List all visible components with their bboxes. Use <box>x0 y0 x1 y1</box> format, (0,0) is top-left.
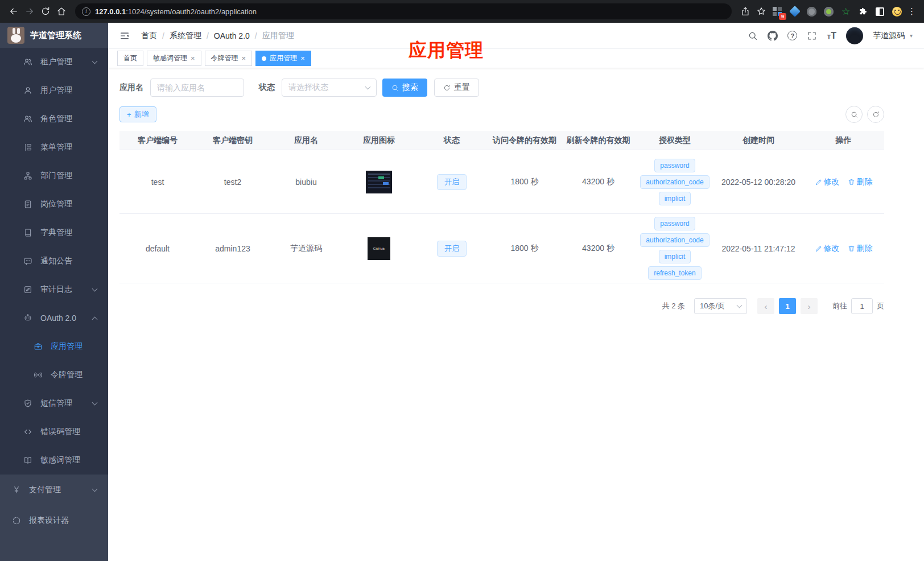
edit-link[interactable]: 修改 <box>815 244 840 254</box>
close-icon[interactable]: × <box>191 55 195 62</box>
tab-label: 首页 <box>123 53 137 63</box>
delete-link[interactable]: 删除 <box>848 244 873 254</box>
column-header: 客户端密钥 <box>196 135 270 146</box>
browser-home-button[interactable] <box>53 3 69 19</box>
sidebar-item-label: 支付管理 <box>29 485 61 495</box>
extension-green-star-icon[interactable]: ☆ <box>841 7 851 16</box>
search-form: 应用名 状态 请选择状态 搜索 重置 <box>119 79 884 97</box>
extension-emoji-icon[interactable] <box>892 7 902 16</box>
column-header: 创建时间 <box>714 135 803 146</box>
breadcrumb-oauth[interactable]: OAuth 2.0 <box>214 31 250 40</box>
sidebar-item-sensitive-word[interactable]: 敏感词管理 <box>0 446 108 475</box>
tab-home[interactable]: 首页 <box>117 51 143 66</box>
prev-page-button[interactable]: ‹ <box>757 298 774 314</box>
sidebar-item-report-designer[interactable]: 报表设计器 <box>0 505 108 536</box>
browser-address-bar[interactable]: i 127.0.0.1 :1024/system/oauth2/oauth2/a… <box>75 3 732 19</box>
search-icon[interactable] <box>748 31 758 41</box>
extension-grey-circle-icon[interactable] <box>807 7 816 16</box>
app-logo-row[interactable]: 芋道管理系统 <box>0 23 108 48</box>
browser-forward-button[interactable] <box>22 3 38 19</box>
app-name-label: 应用名 <box>119 82 143 93</box>
breadcrumb-system[interactable]: 系统管理 <box>170 31 201 41</box>
page-size-select[interactable]: 10条/页 <box>694 298 747 314</box>
sidebar-item-oauth-application[interactable]: 应用管理 <box>0 332 108 361</box>
sidebar-item-notice[interactable]: 通知公告 <box>0 247 108 275</box>
sidebar-item-error-code[interactable]: 错误码管理 <box>0 418 108 446</box>
extension-grid-icon[interactable]: 9 <box>773 7 782 16</box>
sidebar-item-tenant[interactable]: 租户管理 <box>0 48 108 76</box>
breadcrumb-home[interactable]: 首页 <box>141 31 157 41</box>
sidebar-item-dept[interactable]: 部门管理 <box>0 162 108 190</box>
site-info-icon[interactable]: i <box>82 7 90 16</box>
open-book-icon <box>23 456 33 465</box>
sidebar-item-label: 令牌管理 <box>51 370 82 380</box>
close-icon[interactable]: × <box>300 55 305 62</box>
cell-status: 开启 <box>415 174 488 190</box>
sidebar-item-dict[interactable]: 字典管理 <box>0 218 108 247</box>
search-button[interactable]: 搜索 <box>382 79 427 97</box>
tab-sensitive-word[interactable]: 敏感词管理 × <box>147 51 201 66</box>
browser-menu-icon[interactable]: ⋮ <box>905 6 918 16</box>
sidebar-item-oauth-token[interactable]: 令牌管理 <box>0 361 108 389</box>
segmented-circle-icon <box>11 516 22 525</box>
app-title: 芋道管理系统 <box>30 30 81 41</box>
sidebar-collapse-icon[interactable] <box>119 31 130 41</box>
reset-button[interactable]: 重置 <box>434 79 479 97</box>
robot-icon <box>23 314 33 323</box>
app-name-input[interactable] <box>150 79 244 97</box>
help-icon[interactable]: ? <box>787 31 797 40</box>
chat-icon <box>23 257 33 266</box>
edit-link[interactable]: 修改 <box>815 177 840 187</box>
breadcrumb-separator: / <box>162 31 164 40</box>
sidebar-item-label: 通知公告 <box>40 256 72 266</box>
sidebar-item-sms[interactable]: 短信管理 <box>0 389 108 418</box>
grant-type-tag: refresh_token <box>648 266 701 280</box>
cell-access-ttl: 1800 秒 <box>488 244 561 254</box>
extension-gem-icon[interactable] <box>790 7 799 16</box>
code-icon <box>23 427 33 436</box>
status-badge[interactable]: 开启 <box>437 174 467 190</box>
goto-page-input[interactable] <box>851 298 873 314</box>
grant-type-tag: password <box>654 217 695 230</box>
active-dot-icon <box>262 56 266 61</box>
delete-link[interactable]: 删除 <box>848 177 873 187</box>
sidebar-item-menu[interactable]: 菜单管理 <box>0 133 108 162</box>
sidebar-item-post[interactable]: 岗位管理 <box>0 190 108 218</box>
extension-green-circle-icon[interactable] <box>824 7 834 16</box>
add-button[interactable]: + 新增 <box>119 106 156 122</box>
sidebar-item-payment[interactable]: 支付管理 <box>0 475 108 505</box>
toggle-search-button[interactable] <box>845 106 863 123</box>
status-badge[interactable]: 开启 <box>437 241 467 257</box>
sidebar-item-role[interactable]: 角色管理 <box>0 105 108 133</box>
cell-refresh-ttl: 43200 秒 <box>561 244 636 254</box>
column-header: 访问令牌的有效期 <box>488 135 561 146</box>
sidebar-item-audit-log[interactable]: 审计日志 <box>0 275 108 304</box>
avatar[interactable] <box>846 27 863 44</box>
sidebar-item-oauth[interactable]: OAuth 2.0 <box>0 304 108 332</box>
share-icon[interactable] <box>737 3 753 19</box>
github-icon[interactable] <box>768 31 778 41</box>
tab-application[interactable]: 应用管理 × <box>255 51 311 66</box>
bookmark-star-icon[interactable] <box>753 3 769 19</box>
app-logo <box>7 27 24 44</box>
sidebar-item-label: 错误码管理 <box>40 427 80 437</box>
browser-reload-button[interactable] <box>38 3 53 19</box>
close-icon[interactable]: × <box>242 55 246 62</box>
font-size-icon[interactable]: TT <box>827 31 836 40</box>
sidebar-item-label: 短信管理 <box>40 398 72 409</box>
red-annotation: 应用管理 <box>409 38 484 63</box>
status-select[interactable]: 请选择状态 <box>282 79 377 97</box>
tab-token[interactable]: 令牌管理 × <box>205 51 253 66</box>
chevron-down-icon <box>92 486 98 492</box>
username[interactable]: 芋道源码 <box>873 31 905 41</box>
page-number-1[interactable]: 1 <box>779 298 796 314</box>
extension-split-square-icon[interactable] <box>875 7 885 16</box>
extensions-puzzle-icon[interactable] <box>858 7 868 16</box>
sidebar-item-user[interactable]: 用户管理 <box>0 76 108 105</box>
cell-client-id: default <box>119 244 196 253</box>
browser-back-button[interactable] <box>6 3 22 19</box>
next-page-button[interactable]: › <box>801 298 818 314</box>
fullscreen-icon[interactable] <box>807 31 817 41</box>
chevron-down-icon[interactable]: ▾ <box>910 32 913 39</box>
refresh-button[interactable] <box>867 106 884 123</box>
